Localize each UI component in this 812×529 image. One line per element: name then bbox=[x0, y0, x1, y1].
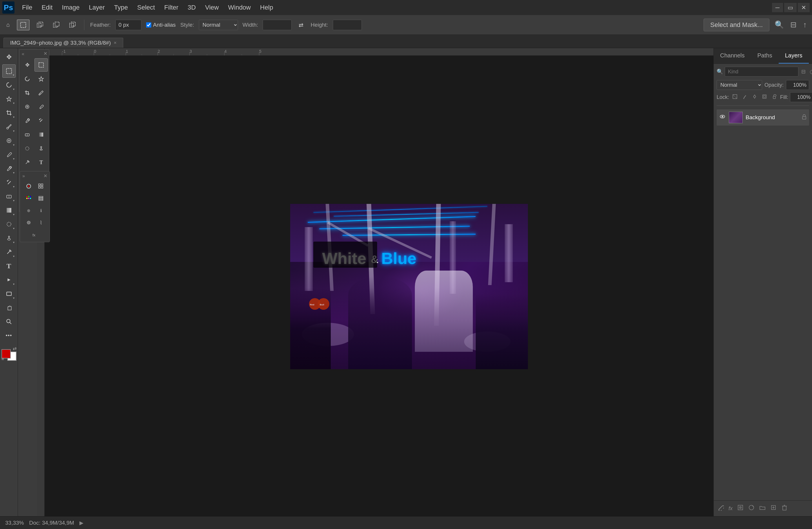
fp2-grass-btn[interactable]: ⌇ bbox=[35, 217, 47, 229]
pen-tool-button[interactable]: ▾ bbox=[2, 245, 16, 259]
layer-lock-button[interactable] bbox=[801, 114, 807, 121]
lock-artboard-btn[interactable] bbox=[760, 92, 769, 102]
eyedropper-tool-button[interactable]: ▾ bbox=[2, 120, 16, 133]
float-brush-btn[interactable] bbox=[34, 100, 48, 113]
rect-shape-button[interactable]: ▾ bbox=[2, 287, 16, 300]
height-input[interactable] bbox=[333, 20, 362, 30]
lock-pixels-btn[interactable] bbox=[731, 92, 739, 102]
float-lasso-btn[interactable] bbox=[20, 72, 34, 86]
zoom-tool-button[interactable] bbox=[2, 315, 16, 328]
close-button[interactable]: ✕ bbox=[798, 3, 810, 12]
float-toolbox-close[interactable]: ✕ bbox=[43, 51, 47, 56]
marquee-tool-button[interactable]: ▾ bbox=[2, 65, 16, 78]
float-histbrush-btn[interactable] bbox=[34, 114, 48, 127]
heal-tool-button[interactable]: ▾ bbox=[2, 134, 16, 147]
fp2-layers-btn[interactable] bbox=[35, 192, 47, 204]
eraser-tool-button[interactable]: ▾ bbox=[2, 190, 16, 203]
share-button[interactable]: ↑ bbox=[802, 19, 808, 30]
layer-effects-btn[interactable]: fx bbox=[727, 504, 734, 513]
menu-help[interactable]: Help bbox=[256, 2, 277, 13]
fp2-info-btn[interactable]: ℹ bbox=[35, 205, 47, 216]
fill-input[interactable] bbox=[790, 92, 812, 102]
add-selection-button[interactable] bbox=[34, 20, 46, 30]
menu-edit[interactable]: Edit bbox=[38, 2, 57, 13]
maximize-button[interactable]: ▭ bbox=[784, 3, 797, 12]
type-tool-button[interactable]: T bbox=[2, 259, 16, 273]
swap-colors-button[interactable]: ⇄ bbox=[13, 346, 16, 351]
more-tools-button[interactable]: ••• bbox=[2, 329, 16, 342]
layers-filter-input[interactable] bbox=[725, 67, 798, 76]
menu-select[interactable]: Select bbox=[133, 2, 159, 13]
float-type-btn[interactable]: T bbox=[34, 156, 48, 169]
dodge-tool-button[interactable]: ▾ bbox=[2, 231, 16, 245]
float-move-btn[interactable]: ✥ bbox=[20, 58, 34, 72]
crop-tool-button[interactable]: ▾ bbox=[2, 106, 16, 119]
menu-view[interactable]: View bbox=[201, 2, 223, 13]
status-arrow-button[interactable]: ▶ bbox=[79, 520, 84, 526]
width-input[interactable] bbox=[263, 20, 292, 30]
brush-tool-button[interactable]: ▾ bbox=[2, 148, 16, 161]
menu-3d[interactable]: 3D bbox=[184, 2, 200, 13]
history-brush-button[interactable]: ▾ bbox=[2, 176, 16, 189]
menu-image[interactable]: Image bbox=[58, 2, 84, 13]
fp2-grid-btn[interactable] bbox=[35, 181, 47, 192]
fp2-swatches-btn[interactable] bbox=[23, 192, 34, 204]
minimize-button[interactable]: ─ bbox=[772, 3, 783, 12]
home-button[interactable]: ⌂ bbox=[4, 20, 12, 30]
magic-wand-tool-button[interactable]: ▾ bbox=[2, 92, 16, 105]
blur-tool-button[interactable]: ▾ bbox=[2, 217, 16, 231]
path-select-button[interactable]: ▾ bbox=[2, 273, 16, 287]
search-icon-button[interactable]: 🔍 bbox=[773, 19, 785, 30]
move-tool-button[interactable]: ✥ bbox=[2, 51, 16, 64]
menu-filter[interactable]: Filter bbox=[160, 2, 182, 13]
new-selection-button[interactable] bbox=[17, 19, 30, 30]
float-panel2-close-btn[interactable]: ✕ bbox=[43, 173, 47, 178]
intersect-selection-button[interactable] bbox=[67, 20, 78, 30]
delete-layer-btn[interactable] bbox=[780, 503, 789, 514]
fp2-navigator-btn[interactable]: ⊕ bbox=[23, 205, 34, 216]
tab-layers[interactable]: Layers bbox=[779, 48, 809, 63]
float-crop-btn[interactable] bbox=[20, 86, 34, 99]
blend-mode-select[interactable]: Normal Dissolve Multiply Screen Overlay bbox=[716, 80, 762, 90]
gradient-tool-button[interactable]: ▾ bbox=[2, 204, 16, 217]
float-stamp-btn[interactable] bbox=[20, 114, 34, 127]
filter-pixel-btn[interactable]: ⊟ bbox=[800, 67, 807, 76]
float-wand-btn[interactable] bbox=[34, 72, 48, 86]
fp2-fx-btn[interactable]: fx bbox=[22, 229, 47, 241]
adjustment-layer-btn[interactable] bbox=[747, 503, 756, 514]
fp2-navigator2-btn[interactable]: ☸ bbox=[23, 217, 34, 229]
link-layers-btn[interactable] bbox=[716, 503, 725, 514]
tab-close-button[interactable]: × bbox=[114, 40, 117, 46]
fp2-color-btn[interactable] bbox=[23, 181, 34, 192]
new-layer-btn[interactable] bbox=[769, 503, 778, 514]
layer-visibility-button[interactable] bbox=[719, 114, 726, 121]
tab-paths[interactable]: Paths bbox=[751, 48, 779, 63]
anti-alias-checkbox[interactable] bbox=[146, 22, 151, 28]
add-mask-btn[interactable] bbox=[736, 503, 745, 514]
panel-menu-button[interactable]: ≡ bbox=[809, 48, 812, 63]
float-marquee-btn[interactable] bbox=[34, 58, 48, 72]
float-blur-btn[interactable] bbox=[20, 142, 34, 155]
lock-position-btn[interactable] bbox=[751, 92, 759, 102]
hand-tool-button[interactable] bbox=[2, 301, 16, 314]
lock-all-btn[interactable] bbox=[770, 92, 778, 102]
menu-layer[interactable]: Layer bbox=[85, 2, 109, 13]
menu-type[interactable]: Type bbox=[110, 2, 132, 13]
float-heal-btn[interactable] bbox=[20, 100, 34, 113]
style-select[interactable]: Normal Fixed Ratio Fixed Size bbox=[199, 20, 238, 30]
group-layer-btn[interactable] bbox=[758, 503, 767, 514]
float-dodge-btn[interactable] bbox=[34, 142, 48, 155]
tab-channels[interactable]: Channels bbox=[714, 48, 751, 63]
lasso-tool-button[interactable]: ▾ bbox=[2, 78, 16, 92]
document-tab[interactable]: IMG_2949~photo.jpg @ 33,3% (RGB/8#) × bbox=[3, 38, 123, 48]
stamp-tool-button[interactable]: ▾ bbox=[2, 162, 16, 175]
reset-colors-button[interactable]: ⊞ bbox=[1, 357, 4, 361]
feather-input[interactable] bbox=[115, 20, 142, 30]
select-and-mask-button[interactable]: Select and Mask... bbox=[704, 18, 769, 31]
opacity-input[interactable] bbox=[786, 80, 809, 90]
layer-row[interactable]: Background bbox=[716, 109, 809, 126]
float-panel2-expand[interactable]: » bbox=[22, 173, 25, 178]
menu-window[interactable]: Window bbox=[224, 2, 255, 13]
lock-image-btn[interactable] bbox=[741, 92, 749, 102]
swap-dimensions-button[interactable]: ⇄ bbox=[296, 20, 306, 30]
